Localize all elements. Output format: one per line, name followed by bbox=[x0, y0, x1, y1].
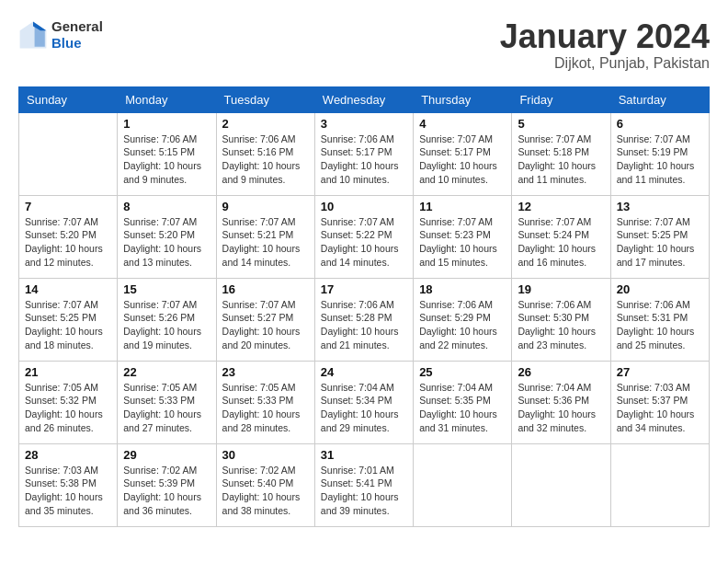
day-info: Sunrise: 7:02 AM Sunset: 5:40 PM Dayligh… bbox=[222, 464, 309, 518]
day-info: Sunrise: 7:02 AM Sunset: 5:39 PM Dayligh… bbox=[123, 464, 210, 518]
day-info: Sunrise: 7:03 AM Sunset: 5:38 PM Dayligh… bbox=[25, 464, 111, 518]
day-number: 25 bbox=[419, 365, 506, 379]
calendar-body: 1Sunrise: 7:06 AM Sunset: 5:15 PM Daylig… bbox=[19, 112, 710, 526]
calendar-cell: 28Sunrise: 7:03 AM Sunset: 5:38 PM Dayli… bbox=[19, 443, 118, 526]
day-number: 21 bbox=[25, 365, 111, 379]
day-number: 7 bbox=[25, 200, 111, 213]
day-number: 10 bbox=[321, 200, 407, 213]
day-number: 19 bbox=[518, 282, 604, 296]
day-info: Sunrise: 7:05 AM Sunset: 5:32 PM Dayligh… bbox=[25, 381, 111, 435]
day-number: 22 bbox=[123, 365, 210, 379]
day-number: 4 bbox=[419, 117, 506, 131]
day-number: 13 bbox=[617, 200, 703, 213]
calendar-table: SundayMondayTuesdayWednesdayThursdayFrid… bbox=[18, 86, 710, 527]
day-number: 6 bbox=[617, 117, 703, 131]
day-number: 8 bbox=[123, 200, 210, 213]
calendar-cell bbox=[512, 443, 610, 526]
day-number: 9 bbox=[222, 200, 309, 213]
calendar-cell bbox=[414, 443, 512, 526]
calendar-cell: 11Sunrise: 7:07 AM Sunset: 5:23 PM Dayli… bbox=[414, 195, 512, 278]
day-info: Sunrise: 7:06 AM Sunset: 5:28 PM Dayligh… bbox=[321, 298, 407, 352]
calendar-cell: 1Sunrise: 7:06 AM Sunset: 5:15 PM Daylig… bbox=[118, 112, 216, 195]
day-info: Sunrise: 7:07 AM Sunset: 5:21 PM Dayligh… bbox=[222, 215, 309, 270]
day-info: Sunrise: 7:07 AM Sunset: 5:25 PM Dayligh… bbox=[617, 215, 703, 270]
calendar-row: 28Sunrise: 7:03 AM Sunset: 5:38 PM Dayli… bbox=[19, 443, 710, 526]
day-number: 28 bbox=[25, 448, 111, 462]
day-number: 5 bbox=[518, 117, 604, 131]
header-cell-tuesday: Tuesday bbox=[216, 86, 314, 112]
calendar-cell: 24Sunrise: 7:04 AM Sunset: 5:34 PM Dayli… bbox=[314, 361, 413, 443]
calendar-cell: 10Sunrise: 7:07 AM Sunset: 5:22 PM Dayli… bbox=[314, 195, 413, 278]
day-info: Sunrise: 7:04 AM Sunset: 5:35 PM Dayligh… bbox=[419, 381, 506, 435]
logo-general: General bbox=[51, 18, 103, 35]
day-info: Sunrise: 7:01 AM Sunset: 5:41 PM Dayligh… bbox=[321, 464, 407, 518]
calendar-cell: 29Sunrise: 7:02 AM Sunset: 5:39 PM Dayli… bbox=[118, 443, 216, 526]
day-number: 3 bbox=[321, 117, 407, 131]
calendar-cell: 6Sunrise: 7:07 AM Sunset: 5:19 PM Daylig… bbox=[610, 112, 709, 195]
calendar-cell: 7Sunrise: 7:07 AM Sunset: 5:20 PM Daylig… bbox=[19, 195, 118, 278]
logo: General Blue bbox=[18, 18, 103, 52]
day-info: Sunrise: 7:06 AM Sunset: 5:15 PM Dayligh… bbox=[123, 132, 210, 187]
day-info: Sunrise: 7:06 AM Sunset: 5:17 PM Dayligh… bbox=[321, 132, 407, 187]
calendar-cell: 16Sunrise: 7:07 AM Sunset: 5:27 PM Dayli… bbox=[216, 278, 314, 361]
calendar-cell: 30Sunrise: 7:02 AM Sunset: 5:40 PM Dayli… bbox=[216, 443, 314, 526]
day-info: Sunrise: 7:07 AM Sunset: 5:23 PM Dayligh… bbox=[419, 215, 506, 270]
calendar-cell: 4Sunrise: 7:07 AM Sunset: 5:17 PM Daylig… bbox=[414, 112, 512, 195]
calendar-row: 21Sunrise: 7:05 AM Sunset: 5:32 PM Dayli… bbox=[19, 361, 710, 443]
calendar-cell: 22Sunrise: 7:05 AM Sunset: 5:33 PM Dayli… bbox=[118, 361, 216, 443]
calendar-row: 1Sunrise: 7:06 AM Sunset: 5:15 PM Daylig… bbox=[19, 112, 710, 195]
day-info: Sunrise: 7:07 AM Sunset: 5:20 PM Dayligh… bbox=[123, 215, 210, 270]
calendar-cell: 26Sunrise: 7:04 AM Sunset: 5:36 PM Dayli… bbox=[512, 361, 610, 443]
calendar-title: January 2024 bbox=[500, 18, 710, 55]
calendar-cell: 2Sunrise: 7:06 AM Sunset: 5:16 PM Daylig… bbox=[216, 112, 314, 195]
calendar-cell: 9Sunrise: 7:07 AM Sunset: 5:21 PM Daylig… bbox=[216, 195, 314, 278]
calendar-cell: 25Sunrise: 7:04 AM Sunset: 5:35 PM Dayli… bbox=[414, 361, 512, 443]
calendar-cell: 12Sunrise: 7:07 AM Sunset: 5:24 PM Dayli… bbox=[512, 195, 610, 278]
day-info: Sunrise: 7:05 AM Sunset: 5:33 PM Dayligh… bbox=[222, 381, 309, 435]
day-info: Sunrise: 7:05 AM Sunset: 5:33 PM Dayligh… bbox=[123, 381, 210, 435]
header-cell-saturday: Saturday bbox=[610, 86, 709, 112]
day-number: 1 bbox=[123, 117, 210, 131]
day-info: Sunrise: 7:07 AM Sunset: 5:22 PM Dayligh… bbox=[321, 215, 407, 270]
calendar-cell: 13Sunrise: 7:07 AM Sunset: 5:25 PM Dayli… bbox=[610, 195, 709, 278]
logo-icon bbox=[18, 20, 48, 50]
day-number: 20 bbox=[617, 282, 703, 296]
day-number: 27 bbox=[617, 365, 703, 379]
day-number: 16 bbox=[222, 282, 309, 296]
day-number: 18 bbox=[419, 282, 506, 296]
calendar-cell: 23Sunrise: 7:05 AM Sunset: 5:33 PM Dayli… bbox=[216, 361, 314, 443]
day-number: 15 bbox=[123, 282, 210, 296]
calendar-row: 7Sunrise: 7:07 AM Sunset: 5:20 PM Daylig… bbox=[19, 195, 710, 278]
day-number: 11 bbox=[419, 200, 506, 213]
calendar-header: SundayMondayTuesdayWednesdayThursdayFrid… bbox=[19, 86, 710, 112]
calendar-cell: 18Sunrise: 7:06 AM Sunset: 5:29 PM Dayli… bbox=[414, 278, 512, 361]
calendar-cell bbox=[610, 443, 709, 526]
calendar-cell: 31Sunrise: 7:01 AM Sunset: 5:41 PM Dayli… bbox=[314, 443, 413, 526]
day-info: Sunrise: 7:07 AM Sunset: 5:17 PM Dayligh… bbox=[419, 132, 506, 187]
day-info: Sunrise: 7:07 AM Sunset: 5:27 PM Dayligh… bbox=[222, 298, 309, 352]
day-info: Sunrise: 7:04 AM Sunset: 5:34 PM Dayligh… bbox=[321, 381, 407, 435]
header-cell-sunday: Sunday bbox=[19, 86, 118, 112]
header-cell-friday: Friday bbox=[512, 86, 610, 112]
header-cell-monday: Monday bbox=[118, 86, 216, 112]
day-info: Sunrise: 7:07 AM Sunset: 5:18 PM Dayligh… bbox=[518, 132, 604, 187]
day-info: Sunrise: 7:06 AM Sunset: 5:29 PM Dayligh… bbox=[419, 298, 506, 352]
calendar-cell: 14Sunrise: 7:07 AM Sunset: 5:25 PM Dayli… bbox=[19, 278, 118, 361]
calendar-cell: 5Sunrise: 7:07 AM Sunset: 5:18 PM Daylig… bbox=[512, 112, 610, 195]
day-number: 24 bbox=[321, 365, 407, 379]
day-number: 31 bbox=[321, 448, 407, 462]
page-header: General Blue January 2024 Dijkot, Punjab… bbox=[18, 18, 710, 72]
calendar-cell: 17Sunrise: 7:06 AM Sunset: 5:28 PM Dayli… bbox=[314, 278, 413, 361]
day-info: Sunrise: 7:06 AM Sunset: 5:31 PM Dayligh… bbox=[617, 298, 703, 352]
header-cell-wednesday: Wednesday bbox=[314, 86, 413, 112]
day-number: 23 bbox=[222, 365, 309, 379]
day-info: Sunrise: 7:06 AM Sunset: 5:16 PM Dayligh… bbox=[222, 132, 309, 187]
title-block: January 2024 Dijkot, Punjab, Pakistan bbox=[500, 18, 710, 72]
calendar-cell: 21Sunrise: 7:05 AM Sunset: 5:32 PM Dayli… bbox=[19, 361, 118, 443]
day-info: Sunrise: 7:04 AM Sunset: 5:36 PM Dayligh… bbox=[518, 381, 604, 435]
day-info: Sunrise: 7:07 AM Sunset: 5:26 PM Dayligh… bbox=[123, 298, 210, 352]
calendar-subtitle: Dijkot, Punjab, Pakistan bbox=[500, 55, 710, 72]
header-row: SundayMondayTuesdayWednesdayThursdayFrid… bbox=[19, 86, 710, 112]
day-number: 26 bbox=[518, 365, 604, 379]
header-cell-thursday: Thursday bbox=[414, 86, 512, 112]
